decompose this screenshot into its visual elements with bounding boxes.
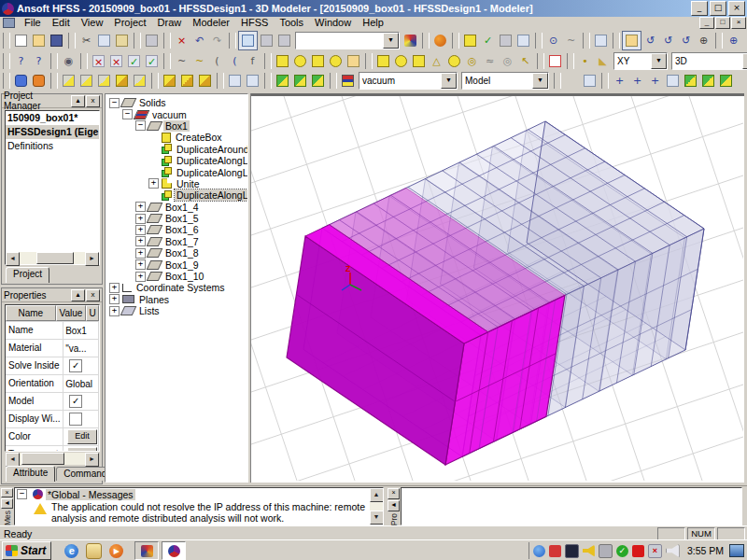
user-defined-primitive-button[interactable] — [546, 52, 564, 70]
mdi-restore-button[interactable]: □ — [715, 17, 730, 29]
model-tree-row[interactable]: +Box1_9 — [107, 259, 247, 270]
expand-icon[interactable]: + — [135, 248, 146, 259]
model-tree-row[interactable]: −CreateBox — [107, 132, 247, 143]
cut-button[interactable]: ✂ — [78, 32, 95, 49]
hfss-task-button[interactable] — [162, 541, 186, 560]
model-tree-label[interactable]: Box1_10 — [163, 271, 205, 282]
project-manager-close-button[interactable]: x — [86, 95, 100, 107]
model-tree-label[interactable]: Box1_4 — [163, 202, 201, 213]
property-checkbox[interactable]: ✓ — [69, 395, 82, 408]
expand-icon[interactable]: + — [135, 259, 146, 270]
undo-button[interactable]: ↶ — [190, 32, 208, 49]
model-tree-row[interactable]: +Coordinate Systems — [107, 282, 247, 293]
project-tree-hscrollbar[interactable]: ◄ ► — [6, 252, 99, 264]
create-open-region-button[interactable] — [563, 72, 581, 90]
paste-button[interactable] — [113, 32, 131, 49]
draw-region-button[interactable] — [345, 52, 362, 70]
start-button[interactable]: Start — [2, 541, 51, 560]
chevron-down-icon[interactable]: ▼ — [383, 33, 399, 49]
material-combo[interactable]: vacuum▼ — [359, 72, 458, 90]
scroll-thumb[interactable] — [36, 252, 74, 264]
mdi-close-button[interactable]: × — [731, 17, 746, 29]
offline-files-tray-icon[interactable] — [549, 545, 561, 557]
hide-all-button[interactable]: × — [107, 52, 125, 70]
model-tree-label[interactable]: Solids — [137, 97, 168, 108]
property-value[interactable]: Box1 — [63, 322, 99, 339]
explode-button[interactable] — [30, 72, 48, 90]
model-tree-label[interactable]: DuplicateAlongLine — [175, 189, 248, 201]
help-topics-button[interactable]: ? — [12, 52, 30, 70]
network-offline-tray-icon[interactable]: × — [648, 544, 662, 558]
model-tree-row[interactable]: +Box1_6 — [107, 224, 247, 235]
expand-icon[interactable]: + — [109, 306, 120, 316]
rcs-button[interactable]: + — [646, 72, 664, 90]
properties-collapse-button[interactable]: ▴ — [71, 289, 85, 301]
model-combo[interactable]: Model▼ — [461, 72, 549, 90]
pan-button[interactable] — [622, 31, 641, 50]
model-tree-row[interactable]: +Box1_8 — [107, 247, 247, 259]
chevron-down-icon[interactable]: ▼ — [742, 53, 747, 69]
draw-plane-button[interactable]: ◣ — [594, 52, 612, 70]
solution-data-button[interactable]: ⊙ — [544, 32, 562, 49]
draw-rectangle-button[interactable] — [274, 52, 291, 70]
expand-icon[interactable]: + — [135, 225, 146, 235]
copy-image-button[interactable] — [592, 32, 610, 49]
property-value[interactable]: "va... — [63, 340, 99, 357]
draw-cone-button[interactable]: △ — [428, 52, 445, 70]
results-button[interactable] — [514, 32, 532, 49]
draw-regular-polyhedron-button[interactable] — [410, 52, 428, 70]
project-manager-collapse-button[interactable]: ▴ — [71, 95, 85, 107]
model-tree-row[interactable]: −vacuum — [107, 108, 247, 119]
model-tree-row[interactable]: +Box1_5 — [107, 213, 247, 224]
model-tree-row[interactable]: −Solids — [107, 97, 247, 108]
modify-region-button[interactable] — [581, 72, 599, 90]
message-close-button[interactable]: × — [1, 488, 13, 497]
close-button[interactable]: × — [728, 1, 745, 16]
progress-pin-button[interactable]: ◄ — [388, 500, 400, 511]
intersect-button[interactable] — [78, 72, 95, 90]
message-pin-button[interactable]: ◄ — [1, 498, 13, 508]
draw-helix-button[interactable]: ≈ — [481, 52, 499, 70]
show-selection-button[interactable]: ✓ — [125, 52, 143, 70]
sound-mixer-tray-icon[interactable] — [666, 544, 680, 558]
unite-objects-button[interactable] — [113, 72, 131, 90]
split-button[interactable] — [95, 72, 113, 90]
model-tree-label[interactable]: CreateBox — [174, 132, 224, 143]
move-button[interactable] — [161, 72, 178, 90]
draw-arc-3pt-button[interactable]: ( — [226, 52, 244, 70]
draw-arc-center-button[interactable]: ( — [208, 52, 226, 70]
design-combo[interactable]: ▼ — [295, 32, 400, 49]
zoom-in-window-button[interactable]: ⊕ — [725, 32, 742, 49]
media-player-launch-icon[interactable]: ▶ — [109, 544, 123, 558]
property-checkbox[interactable]: ✓ — [69, 359, 82, 372]
scroll-right-button[interactable]: ► — [85, 252, 99, 266]
viewport-3d[interactable]: Z — [250, 93, 744, 483]
schematic-tree-button[interactable] — [402, 32, 419, 49]
model-tree-label[interactable]: DuplicateAlongLine — [175, 167, 248, 178]
removable-device-tray-icon[interactable] — [599, 544, 613, 558]
expand-icon[interactable]: + — [135, 236, 146, 246]
property-button[interactable]: Edit — [67, 429, 97, 444]
draw-box-button[interactable] — [374, 52, 392, 70]
message-vscrollbar[interactable]: ▲ ▼ — [370, 488, 383, 525]
restore-button[interactable]: □ — [710, 1, 726, 16]
expand-icon[interactable]: + — [109, 283, 120, 293]
distributed-analysis-button[interactable] — [275, 32, 293, 49]
hide-selection-button[interactable]: × — [90, 52, 107, 70]
measure-position-button[interactable] — [699, 72, 717, 90]
progress-close-button[interactable]: × — [388, 488, 400, 499]
expand-icon[interactable]: + — [135, 272, 146, 282]
new-button[interactable] — [12, 32, 30, 49]
model-tree-label[interactable]: Planes — [137, 294, 171, 305]
menu-draw[interactable]: Draw — [152, 17, 188, 29]
snap-mode-button[interactable] — [664, 72, 682, 90]
menu-modeler[interactable]: Modeler — [187, 17, 235, 29]
rotate-screen-button[interactable]: ↺ — [677, 32, 695, 49]
expand-icon[interactable]: + — [135, 214, 146, 224]
model-tree-row[interactable]: +Lists — [107, 305, 247, 316]
model-tree-row[interactable]: +Box1_7 — [107, 236, 247, 247]
safely-remove-tray-icon[interactable]: ✓ — [616, 545, 628, 557]
open-button[interactable] — [30, 32, 48, 49]
project-tree-item[interactable]: 150909_box01* — [6, 111, 99, 125]
analyze-button[interactable]: ✓ — [479, 32, 497, 49]
